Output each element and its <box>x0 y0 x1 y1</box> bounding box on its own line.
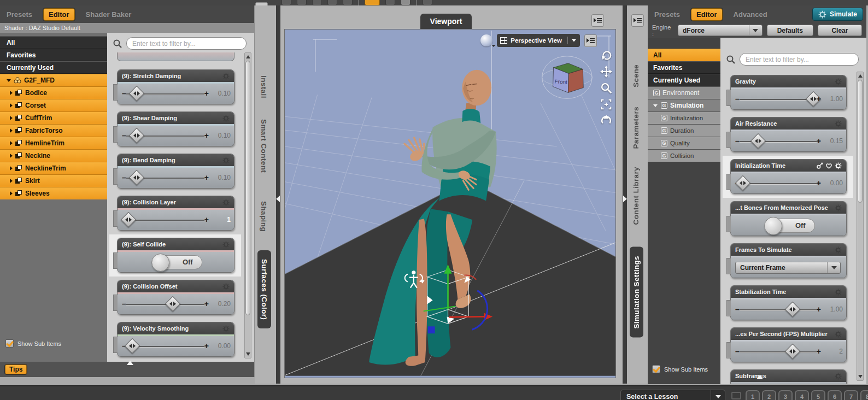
slider-decrement[interactable]: – <box>122 173 126 182</box>
plane-icon[interactable] <box>297 0 307 5</box>
toggle-switch[interactable]: Off <box>155 255 202 269</box>
slider-handle[interactable] <box>785 344 800 359</box>
show-sub-items-right[interactable]: Show Sub Items <box>652 365 708 373</box>
slider-handle[interactable] <box>750 133 766 149</box>
frame-icon[interactable] <box>599 97 613 111</box>
list-item-favorites[interactable]: Favorites <box>0 49 107 61</box>
gear-icon[interactable] <box>832 162 842 169</box>
slider-track[interactable] <box>740 309 817 310</box>
lesson-page-button[interactable]: 3 <box>778 390 793 400</box>
sphere-icon[interactable] <box>401 0 410 5</box>
slider-increment[interactable]: + <box>204 215 209 224</box>
slider-decrement[interactable]: – <box>735 95 740 103</box>
slider-handle[interactable] <box>124 338 139 354</box>
gear-icon[interactable] <box>220 199 230 206</box>
clear-button[interactable]: Clear <box>818 25 862 36</box>
list-item-duration[interactable]: GDuration <box>648 124 720 137</box>
caret-right-icon[interactable] <box>10 91 13 95</box>
collapse-left-icon[interactable] <box>276 196 280 202</box>
checkbox-icon[interactable] <box>5 339 14 348</box>
show-sub-items-left[interactable]: Show Sub Items <box>5 339 61 348</box>
lesson-page-button[interactable]: 5 <box>811 390 825 400</box>
slider-handle[interactable] <box>129 86 144 101</box>
pan-icon[interactable] <box>599 64 613 79</box>
slider-increment[interactable]: + <box>204 299 209 308</box>
orbit-icon[interactable] <box>599 48 613 62</box>
list-item-surface[interactable]: Skirt <box>0 174 107 187</box>
list-item-currently-used[interactable]: Currently Used <box>648 74 720 86</box>
lesson-dropdown[interactable]: Select a Lesson <box>620 390 725 400</box>
gear-icon[interactable] <box>832 331 842 338</box>
gear-icon[interactable] <box>220 157 230 164</box>
aim-icon[interactable] <box>599 114 613 128</box>
dock-tab-shaping[interactable]: Shaping <box>260 201 268 232</box>
toggle-knob[interactable] <box>764 217 782 235</box>
slider-track[interactable] <box>126 220 204 221</box>
slider-increment[interactable]: + <box>817 347 821 356</box>
slider-increment[interactable]: + <box>204 342 209 350</box>
list-item-all[interactable]: All <box>648 49 720 61</box>
scrollbar-right[interactable] <box>857 72 864 381</box>
slider-decrement[interactable]: – <box>735 137 740 145</box>
lesson-page-button[interactable]: 7 <box>844 390 858 400</box>
gear-icon[interactable] <box>832 289 842 296</box>
gear-icon[interactable] <box>832 120 842 127</box>
tab-editor[interactable]: Editor <box>691 8 723 21</box>
slider-track[interactable] <box>740 183 817 184</box>
scrollbar-thumb[interactable] <box>858 80 863 203</box>
anchor-b-icon[interactable] <box>343 0 353 5</box>
zoom-icon[interactable] <box>599 81 613 95</box>
pane-splitter-left[interactable] <box>276 5 280 384</box>
panel-menu-icon[interactable] <box>631 14 644 27</box>
slider-increment[interactable]: + <box>817 95 821 103</box>
caret-down-icon[interactable] <box>653 104 658 107</box>
scrollbar-thumb[interactable] <box>245 61 250 315</box>
list-item-currently-used[interactable]: Currently Used <box>0 61 107 74</box>
dock-tab-smart-content[interactable]: Smart Content <box>260 119 268 173</box>
tab-shader-baker[interactable]: Shader Baker <box>86 10 132 19</box>
caret-right-icon[interactable] <box>10 103 13 108</box>
caret-down-icon[interactable] <box>7 79 11 82</box>
dock-tab-surfaces-color-[interactable]: Surfaces (Color) <box>257 250 271 328</box>
tab-presets[interactable]: Presets <box>654 10 680 19</box>
scrollbar-left[interactable] <box>244 52 251 358</box>
dock-tab-content-library[interactable]: Content Library <box>632 167 640 225</box>
tips-button[interactable]: Tips <box>4 364 27 375</box>
caret-right-icon[interactable] <box>10 154 13 158</box>
slider-decrement[interactable]: – <box>122 131 126 140</box>
slider-decrement[interactable]: – <box>735 347 740 356</box>
slider-increment[interactable]: + <box>817 137 821 145</box>
dock-tab-install[interactable]: Install <box>260 75 268 98</box>
engine-dropdown[interactable]: dForce <box>678 25 763 36</box>
lesson-page-button[interactable]: 2 <box>762 390 776 400</box>
slider-increment[interactable]: + <box>204 131 209 140</box>
gear-icon[interactable] <box>832 78 842 85</box>
list-item-surface[interactable]: Bodice <box>0 86 107 99</box>
list-item-surface[interactable]: HemlineTrim <box>0 137 107 149</box>
defaults-button[interactable]: Defaults <box>767 25 813 36</box>
slider-decrement[interactable]: – <box>122 89 126 98</box>
dock-tab-scene[interactable]: Scene <box>632 64 640 87</box>
gear-icon[interactable] <box>832 246 842 254</box>
caret-right-icon[interactable] <box>10 141 13 145</box>
list-item-surface[interactable]: CuffTrim <box>0 111 107 124</box>
caret-right-icon[interactable] <box>10 179 13 183</box>
camera-selector[interactable]: Perspective View <box>497 34 580 47</box>
filter-input-left[interactable] <box>126 37 247 50</box>
tab-editor[interactable]: Editor <box>43 8 75 21</box>
slider-handle[interactable] <box>121 212 136 227</box>
filter-input-right[interactable] <box>740 53 859 66</box>
toggle-switch[interactable]: Off <box>768 219 815 233</box>
slider-handle[interactable] <box>129 128 144 143</box>
caret-right-icon[interactable] <box>10 128 13 133</box>
caret-right-icon[interactable] <box>10 116 13 120</box>
tab-advanced[interactable]: Advanced <box>734 10 767 19</box>
anchor-a-icon[interactable] <box>327 0 337 5</box>
list-item-quality[interactable]: GQuality <box>648 137 720 149</box>
slider-increment[interactable]: + <box>204 89 209 98</box>
gear-icon[interactable] <box>832 373 842 380</box>
slider-decrement[interactable]: – <box>735 305 740 314</box>
gear-icon[interactable] <box>220 115 230 122</box>
lesson-page-button[interactable]: 1 <box>746 390 760 400</box>
viewport-tab[interactable]: Viewport <box>420 14 472 29</box>
